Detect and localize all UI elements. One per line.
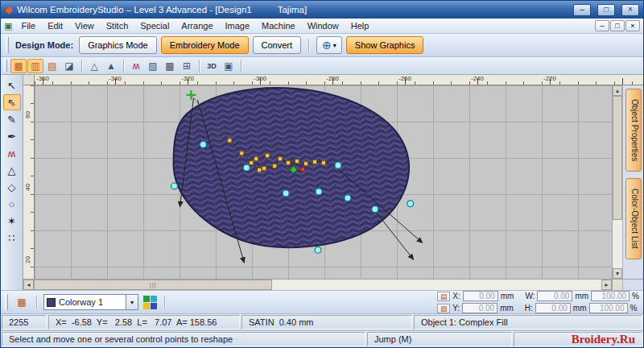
reshape-tool[interactable]: ⇖ xyxy=(3,94,21,110)
toolbar-grip[interactable] xyxy=(4,60,7,72)
star-shape-tool[interactable]: ✶ xyxy=(3,213,21,229)
scroll-right-icon[interactable]: ► xyxy=(601,280,612,290)
globe-icon: ⊕ xyxy=(322,39,332,52)
scroll-up-icon[interactable]: ▲ xyxy=(613,85,622,96)
tab-object-properties[interactable]: Object Properties xyxy=(625,89,642,172)
design-canvas[interactable] xyxy=(35,85,612,279)
stitch-small-icon[interactable]: ▦ xyxy=(10,59,27,73)
freehand-run-icon[interactable]: ʍ xyxy=(128,59,144,73)
horizontal-scrollbar[interactable]: ◄ ||| ► xyxy=(23,279,643,290)
menu-window[interactable]: Window xyxy=(302,19,345,32)
ruler-top-label: -340 xyxy=(109,75,122,82)
stitch-list-icon[interactable]: ▤ xyxy=(44,59,60,73)
ruler-left-label: 20 xyxy=(24,256,31,263)
colorway-toolbar: ▦ Colorway 1 ▾ ▤ X: 0.00 mm W: 0.00 mm 1… xyxy=(1,290,643,313)
mdi-close-button[interactable]: × xyxy=(625,20,640,31)
menu-stitch[interactable]: Stitch xyxy=(101,19,134,32)
tab-color-object-list[interactable]: Color-Object List xyxy=(625,178,642,259)
ruler-top-label: -260 xyxy=(398,75,411,82)
menubar: ▣ File Edit View Stitch Special Arrange … xyxy=(1,19,643,34)
toolbar-grip[interactable] xyxy=(5,294,8,310)
menu-edit[interactable]: Edit xyxy=(42,19,68,32)
menu-arrange[interactable]: Arrange xyxy=(175,19,218,32)
digitize-closed-tool[interactable]: ✒ xyxy=(3,128,21,144)
horizontal-scroll-thumb[interactable]: ||| xyxy=(34,280,272,290)
colorway-select[interactable]: Colorway 1 ▾ xyxy=(43,294,138,310)
percent-label: % xyxy=(630,304,638,313)
palette-editor-button[interactable] xyxy=(142,295,158,309)
ruler-corner xyxy=(23,75,35,85)
combo-caret-icon[interactable]: ▾ xyxy=(126,295,138,309)
applique-icon[interactable]: ⊞ xyxy=(179,59,195,73)
mdi-minimize-button[interactable]: – xyxy=(595,20,609,31)
stitch-edit-tool[interactable]: ∷ xyxy=(3,230,21,246)
toolbar-grip[interactable] xyxy=(6,37,9,53)
workspace: ↖ ⇖ ✎ ✒ ʍ △ ◇ ○ ✶ ∷ -360 -340 -320 -300 … xyxy=(1,75,643,290)
menu-special[interactable]: Special xyxy=(134,19,175,32)
lettering-fill-icon[interactable]: ▲ xyxy=(103,59,119,73)
hoop-globe-button[interactable]: ⊕ ▾ xyxy=(316,36,342,54)
maximize-button[interactable]: □ xyxy=(597,4,615,16)
triangle-shape-tool[interactable]: △ xyxy=(3,162,21,178)
x-field[interactable]: 0.00 xyxy=(463,291,498,301)
motif-fill-icon[interactable]: ▩ xyxy=(162,59,178,73)
ruler-left-label: 40 xyxy=(24,184,31,191)
menu-machine[interactable]: Machine xyxy=(256,19,301,32)
w-field[interactable]: 0.00 xyxy=(537,291,572,301)
window-title-machine: Tajima] xyxy=(278,5,307,14)
status-bar: 2255 X= -6.58 Y= 2.58 L= 7.07 A= 158.56 … xyxy=(1,313,643,330)
lettering-outline-icon[interactable]: △ xyxy=(86,59,102,73)
scale-y-field[interactable]: 100.00 xyxy=(589,303,628,313)
ruler-top-label: -280 xyxy=(326,75,339,82)
vertical-scroll-thumb[interactable] xyxy=(613,96,622,220)
watermark-text: Broidery.Ru xyxy=(572,333,635,346)
y-field[interactable]: 0.00 xyxy=(462,303,497,313)
mdi-restore-button[interactable]: □ xyxy=(610,20,625,31)
thread-colors-icon[interactable]: ▦ xyxy=(14,295,30,309)
freehand-stitch-tool[interactable]: ʍ xyxy=(3,145,21,161)
h-field[interactable]: 0.00 xyxy=(535,303,571,313)
scale-x-field[interactable]: 100.00 xyxy=(591,291,630,301)
convert-button[interactable]: Convert xyxy=(253,36,302,54)
mm-label: mm xyxy=(501,292,514,300)
stitch-count: 2255 xyxy=(2,315,47,329)
scroll-left-icon[interactable]: ◄ xyxy=(23,280,34,290)
hint-bar: Select and move one or several control p… xyxy=(1,330,643,347)
stitch-medium-icon[interactable]: ▥ xyxy=(27,59,43,73)
selected-object-info: Object 1: Complex Fill xyxy=(414,315,642,329)
close-button[interactable]: × xyxy=(621,4,639,16)
current-tool-info: Jump (M) xyxy=(367,332,512,346)
window-title: Wilcom EmbroideryStudio – Level 3 Advanc… xyxy=(17,5,251,14)
vertical-scrollbar[interactable]: ▲ ▼ xyxy=(612,85,622,279)
diamond-shape-tool[interactable]: ◇ xyxy=(3,179,21,195)
mm-label: mm xyxy=(500,304,514,313)
embroidery-mode-button[interactable]: Embroidery Mode xyxy=(161,36,249,54)
colorway-color-chip xyxy=(47,298,56,307)
scroll-down-icon[interactable]: ▼ xyxy=(613,268,622,279)
percent-label: % xyxy=(632,292,639,300)
menu-image[interactable]: Image xyxy=(220,19,256,32)
fill-sample-icon[interactable]: ▨ xyxy=(437,304,450,313)
minimize-button[interactable]: – xyxy=(573,4,591,16)
design-svg[interactable] xyxy=(35,85,612,279)
view-toolbar: ▦ ▥ ▤ ◪ △ ▲ ʍ ▨ ▩ ⊞ 3D ▣ xyxy=(1,57,643,75)
overlap-object-icon[interactable]: ◪ xyxy=(61,59,77,73)
satin-sample-icon[interactable]: ▤ xyxy=(437,292,450,301)
circle-shape-tool[interactable]: ○ xyxy=(3,196,21,212)
texture-view-icon[interactable]: ▣ xyxy=(221,59,237,73)
3d-view-button[interactable]: 3D xyxy=(204,59,220,73)
mode-toolbar: Design Mode: Graphics Mode Embroidery Mo… xyxy=(1,34,643,57)
palette-icon xyxy=(143,296,157,309)
select-tool[interactable]: ↖ xyxy=(3,77,21,93)
show-graphics-button[interactable]: Show Graphics xyxy=(346,36,424,54)
pattern-fill-icon[interactable]: ▨ xyxy=(145,59,161,73)
menu-help[interactable]: Help xyxy=(345,19,375,32)
menu-view[interactable]: View xyxy=(69,19,100,32)
scroll-grip-icon: ||| xyxy=(150,282,156,288)
mm-label: mm xyxy=(575,292,588,300)
ruler-top-label: -220 xyxy=(543,75,556,82)
ruler-top: -360 -340 -320 -300 -280 -260 -240 -220 xyxy=(23,75,643,85)
menu-file[interactable]: File xyxy=(15,19,41,32)
digitize-open-tool[interactable]: ✎ xyxy=(3,111,21,127)
graphics-mode-button[interactable]: Graphics Mode xyxy=(79,36,157,54)
